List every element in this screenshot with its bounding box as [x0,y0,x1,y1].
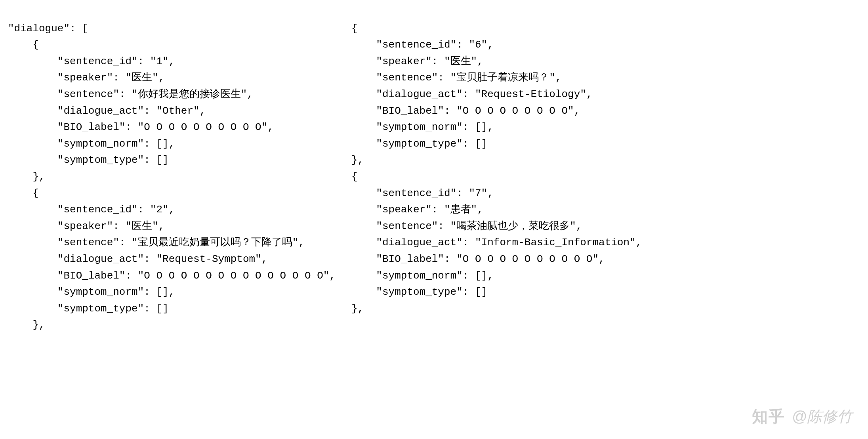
code-column-left: "dialogue": [ { "sentence_id": "1", "spe… [8,4,336,334]
code-line: { [8,187,39,199]
code-line: "dialogue_act": "Request-Etiology", [351,88,593,100]
code-line: "dialogue_act": "Other", [8,105,206,117]
code-line: "sentence_id": "6", [351,39,494,51]
zhihu-logo: 知乎 [752,404,785,429]
code-line: }, [351,154,364,166]
code-line: { [351,171,358,183]
code-line: "dialogue": [ [8,23,88,34]
code-line: "dialogue_act": "Request-Symptom", [8,253,267,265]
code-line: "symptom_type": [] [351,138,487,150]
code-line: "symptom_norm": [], [351,270,494,282]
code-columns: "dialogue": [ { "sentence_id": "1", "spe… [0,0,868,338]
watermark-author: @陈修竹 [792,405,852,429]
code-line: }, [351,303,364,315]
code-line: "sentence": "宝贝肚子着凉来吗？", [351,72,561,84]
code-line: "symptom_type": [] [8,303,169,315]
code-column-right: { "sentence_id": "6", "speaker": "医生", "… [351,4,860,334]
code-line: "speaker": "医生", [8,72,164,84]
code-line: "sentence_id": "2", [8,204,175,216]
watermark: 知乎 @陈修竹 [752,404,852,429]
code-line: "BIO_label": "O O O O O O O O O", [351,105,580,117]
code-line: "sentence": "你好我是您的接诊医生", [8,88,253,100]
code-line: "BIO_label": "O O O O O O O O O O O", [351,253,605,265]
code-line: "speaker": "医生", [8,220,164,232]
code-line: "BIO_label": "O O O O O O O O O O O O O … [8,270,336,282]
code-line: { [351,23,358,34]
code-line: "BIO_label": "O O O O O O O O O O", [8,121,274,133]
code-line: { [8,39,39,51]
code-line: "symptom_norm": [], [8,138,175,150]
code-line: "dialogue_act": "Inform-Basic_Informatio… [351,237,642,248]
code-line: "sentence": "宝贝最近吃奶量可以吗？下降了吗", [8,237,305,248]
code-line: "symptom_norm": [], [8,286,175,298]
code-line: "sentence_id": "7", [351,187,494,199]
code-line: "sentence_id": "1", [8,55,175,67]
code-line: "speaker": "医生", [351,55,483,67]
code-line: "speaker": "患者", [351,204,483,216]
code-line: }, [8,171,45,183]
code-line: "symptom_norm": [], [351,121,494,133]
code-line: "sentence": "喝茶油腻也少，菜吃很多", [351,220,582,232]
code-line: "symptom_type": [] [8,154,169,166]
code-line: }, [8,319,45,331]
code-line: "symptom_type": [] [351,286,487,298]
